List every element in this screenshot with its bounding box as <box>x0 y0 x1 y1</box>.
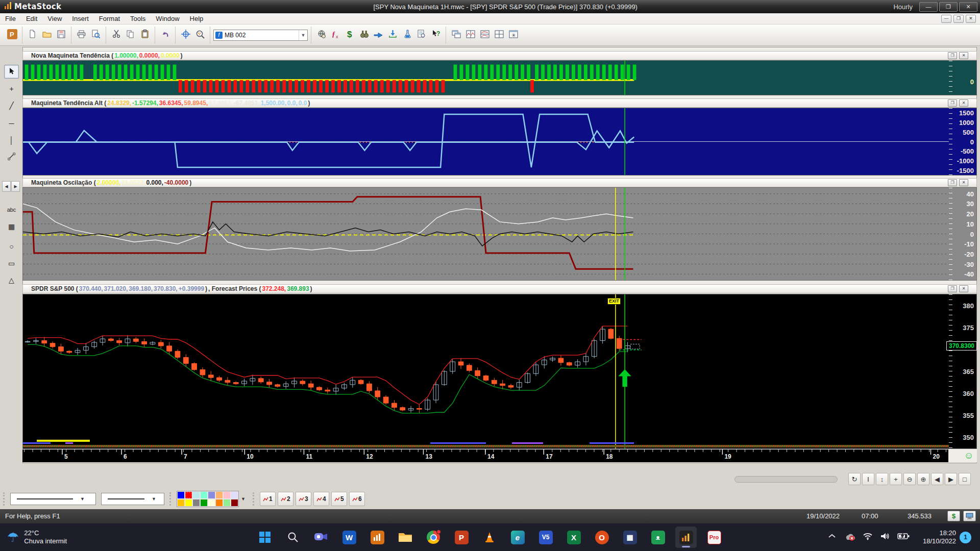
grid-tool[interactable]: ▦ <box>4 219 19 233</box>
onedrive-icon[interactable] <box>843 532 855 543</box>
panel-restore-button[interactable]: ❐ <box>948 99 957 107</box>
wifi-icon[interactable] <box>863 532 873 542</box>
notification-badge[interactable]: 1 <box>960 532 971 543</box>
chevron-down-icon[interactable]: ▼ <box>78 496 87 502</box>
color-swatch[interactable] <box>215 491 223 499</box>
color-swatch[interactable] <box>223 491 231 499</box>
report-button[interactable] <box>414 28 428 42</box>
x-axis[interactable]: 567101112131417181920 <box>22 449 948 462</box>
zoom-in-button[interactable]: ⊕ <box>917 473 929 485</box>
next-chart-button[interactable]: ▶ <box>945 473 957 485</box>
color-swatch[interactable] <box>177 499 185 507</box>
help-pointer-button[interactable]: ? <box>429 28 443 42</box>
cut-button[interactable] <box>109 28 123 42</box>
tile-grid-button[interactable] <box>492 28 506 42</box>
chart-template-6-button[interactable]: 6 <box>349 492 365 506</box>
pointer-tool[interactable] <box>4 65 19 79</box>
dollar-button[interactable]: $ <box>947 511 960 521</box>
panel-restore-button[interactable]: ❐ <box>948 285 957 292</box>
color-swatch[interactable] <box>231 499 238 507</box>
plot-area-1[interactable] <box>23 108 949 175</box>
color-swatch[interactable] <box>223 499 231 507</box>
prev-chart-button[interactable]: ◀ <box>931 473 943 485</box>
menu-window[interactable]: Window <box>151 14 184 23</box>
new-chart-button[interactable] <box>26 28 39 42</box>
chart-horizontal-scrollbar[interactable] <box>734 476 838 483</box>
powerbar-button[interactable]: P <box>5 28 19 42</box>
vertical-line-tool[interactable]: │ <box>4 133 19 147</box>
text-tool[interactable]: abc <box>4 203 19 216</box>
color-swatch[interactable] <box>200 491 208 499</box>
plot-area-0[interactable] <box>23 61 949 95</box>
panel-header-0[interactable]: Nova Maquineta Tendência (1.00000,0.0000… <box>22 51 977 60</box>
taskbar-metastock-pro-icon[interactable]: Pro <box>703 527 725 548</box>
chart-template-2-button[interactable]: 2 <box>278 492 293 506</box>
fit-vertical-button[interactable]: ↕ <box>876 473 888 485</box>
horizontal-line-tool[interactable]: ─ <box>4 116 19 130</box>
panel-restore-button[interactable]: ❐ <box>948 179 957 186</box>
refresh-button[interactable]: ↻ <box>848 473 861 485</box>
line-study-tool[interactable] <box>4 150 19 164</box>
zoom-box-button[interactable] <box>193 28 207 42</box>
color-swatch[interactable] <box>177 491 185 499</box>
color-swatch[interactable] <box>200 499 208 507</box>
chart-template-1-button[interactable]: 1 <box>260 492 276 506</box>
taskbar-file-explorer-icon[interactable] <box>395 527 416 548</box>
taskbar-clock[interactable]: 18:20 18/10/2022 <box>915 529 956 545</box>
chart-template-5-button[interactable]: 5 <box>331 492 347 506</box>
taskbar-edge-icon[interactable]: e <box>507 527 528 548</box>
taskbar-visual-studio-icon[interactable]: V5 <box>535 527 556 548</box>
panel-close-button[interactable]: ✕ <box>959 52 968 59</box>
menu-help[interactable]: Help <box>185 14 209 23</box>
mdi-minimize-button[interactable]: — <box>941 15 951 23</box>
battery-icon[interactable] <box>897 533 910 542</box>
explorer-button[interactable] <box>357 28 371 42</box>
color-swatch[interactable] <box>215 499 223 507</box>
cascade-button[interactable] <box>449 28 463 42</box>
scroll-left-button[interactable]: ◀ <box>2 181 11 192</box>
palette-dropdown-icon[interactable]: ▼ <box>239 496 248 502</box>
undo-button[interactable] <box>158 28 172 42</box>
panel-close-button[interactable]: ✕ <box>959 285 968 292</box>
y-axis-1[interactable]: 150010005000-500-1000-1500 <box>949 108 976 175</box>
layout-template-select[interactable]: fMB 002▼ <box>213 30 308 41</box>
paste-button[interactable] <box>138 28 152 42</box>
color-swatch[interactable] <box>185 499 192 507</box>
line-weight-select[interactable]: ▼ <box>101 493 164 505</box>
taskbar-metastock-icon[interactable] <box>675 527 697 548</box>
open-button[interactable] <box>40 28 54 42</box>
line-style-select[interactable]: ▼ <box>10 493 96 505</box>
data-explorer-button[interactable] <box>314 28 328 42</box>
pan-button[interactable]: + <box>890 473 902 485</box>
menu-tools[interactable]: Tools <box>125 14 151 23</box>
stop-button[interactable]: □ <box>959 473 971 485</box>
color-swatch[interactable] <box>185 491 192 499</box>
panel-close-button[interactable]: ✕ <box>959 179 968 186</box>
y-axis-2[interactable]: 403020100-10-20-30-40 <box>949 188 976 280</box>
y-axis-3[interactable]: 380375365360355350 <box>949 294 976 448</box>
color-swatch[interactable] <box>192 499 200 507</box>
restore-button[interactable]: ❐ <box>939 2 958 12</box>
trendline-tool[interactable]: ╱ <box>4 98 19 112</box>
menu-format[interactable]: Format <box>94 14 125 23</box>
menu-insert[interactable]: Insert <box>67 14 94 23</box>
panel-header-2[interactable]: Maquineta Oscilação (2.00000,11.0372,0.0… <box>22 178 977 187</box>
plot-area-2[interactable] <box>23 188 949 280</box>
expert-advisor-button[interactable]: $ <box>343 28 357 42</box>
chart-template-3-button[interactable]: 3 <box>296 492 311 506</box>
triangle-tool[interactable]: △ <box>4 273 19 287</box>
forecaster-button[interactable] <box>372 28 385 42</box>
close-button[interactable]: ✕ <box>959 2 977 12</box>
mdi-restore-button[interactable]: ❐ <box>953 15 964 23</box>
save-button[interactable] <box>54 28 68 42</box>
rectangle-tool[interactable]: ▭ <box>4 256 19 270</box>
taskbar-start-icon[interactable] <box>254 527 276 548</box>
tile-horizontal-button[interactable] <box>463 28 477 42</box>
taskbar-search-icon[interactable] <box>282 527 304 548</box>
panel-restore-button[interactable]: ❐ <box>948 52 957 59</box>
taskbar-excel-icon[interactable]: X <box>563 527 584 548</box>
crosshair-button[interactable] <box>179 28 192 42</box>
mdi-close-button[interactable]: ✕ <box>966 15 976 23</box>
crosshair-tool[interactable]: + <box>4 82 19 95</box>
panel-header-3[interactable]: SPDR S&P 500 (370.440,371.020,369.180,37… <box>22 284 977 293</box>
